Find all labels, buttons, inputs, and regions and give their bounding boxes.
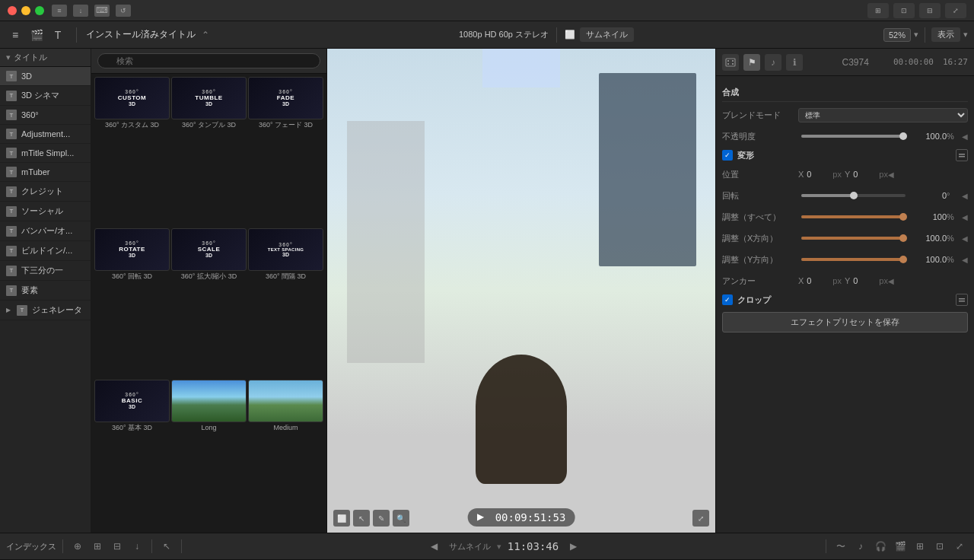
svg-rect-4	[732, 63, 734, 65]
search-input[interactable]	[97, 53, 320, 68]
bt-nav-next[interactable]: ▶	[565, 538, 581, 555]
inspector-tab-audio[interactable]: ♪	[765, 54, 781, 71]
scale-y-slider[interactable]	[801, 258, 906, 261]
transform-options-btn[interactable]	[956, 149, 968, 161]
video-transform-btn[interactable]: ⬜	[333, 510, 350, 527]
inspector-tab-filter[interactable]: ⚑	[743, 54, 760, 71]
thumb-item-scale3d[interactable]: 360° SCALE 3D 360° 拡大/縮小 3D	[171, 228, 247, 378]
transform-checkbox[interactable]: ✓	[722, 150, 733, 161]
maximize-button[interactable]	[35, 6, 44, 15]
bt-add-icon[interactable]: ⊕	[69, 538, 86, 555]
panels-icon[interactable]: ≡	[6, 26, 24, 44]
thumb-item-tumble3d[interactable]: 360° TUMBLE 3D 360° タンブル 3D	[171, 77, 247, 227]
main-layout: ▾ タイトル T 3D T 3D シネマ T 360° T Adjustment…	[0, 49, 974, 533]
sidebar-item-credit[interactable]: T クレジット	[0, 182, 91, 202]
thumb-item-long[interactable]: Long	[171, 380, 247, 530]
undo-icon[interactable]: ↺	[116, 5, 131, 17]
position-arrow: ◀	[888, 170, 894, 179]
preset-save-button[interactable]: エフェクトプリセットを保存	[722, 312, 968, 332]
thumb-label-scale3d: 360° 拡大/縮小 3D	[181, 272, 237, 281]
video-preview-area: ⬜ ↖ ✎ 🔍 ▶ 00:09:51:53 ⤢	[327, 49, 715, 533]
thumb-label-tumble3d: 360° タンブル 3D	[182, 121, 236, 129]
fullscreen-btn[interactable]: ⤢	[945, 3, 966, 18]
workspace-btn[interactable]: ⊞	[867, 3, 889, 18]
bt-connect-icon[interactable]: ⊞	[89, 538, 106, 555]
rotation-slider[interactable]	[801, 194, 906, 197]
video-frame	[327, 49, 715, 533]
play-button[interactable]: ▶	[477, 511, 489, 523]
bt-video-icon[interactable]: 🎬	[892, 538, 909, 555]
sidebar-item-social[interactable]: T ソーシャル	[0, 202, 91, 221]
zoom-dropdown[interactable]: ▾	[914, 30, 918, 40]
bt-thumbnail-label: サムネイル	[449, 541, 491, 552]
inspector-btn[interactable]: ⊟	[919, 3, 941, 18]
sidebar-item-3dcinema[interactable]: T 3D シネマ	[0, 86, 91, 106]
anchor-x-unit: px	[832, 276, 842, 285]
anchor-y-unit: px	[879, 276, 888, 285]
opacity-row: 不透明度 100.0 % ◀	[722, 128, 968, 145]
library-title: インストール済みタイトル	[86, 28, 196, 41]
scale-x-slider[interactable]	[801, 237, 906, 240]
bt-waveform-icon[interactable]: 〜	[832, 538, 849, 555]
key-icon[interactable]: ⌨	[94, 5, 110, 17]
thumb-item-textspacing3d[interactable]: 360° TEXT SPACING 3D 360° 間隔 3D	[248, 228, 323, 378]
sidebar-item-mtitle[interactable]: T mTitle Simpl...	[0, 144, 91, 163]
sidebar-item-3d[interactable]: T 3D	[0, 67, 91, 86]
sidebar-item-buildin[interactable]: T ビルドイン/...	[0, 241, 91, 261]
sidebar-item-lower[interactable]: T 下三分の一	[0, 261, 91, 281]
sidebar-item-bumper[interactable]: T バンパー/オ...	[0, 221, 91, 241]
sidebar-item-360[interactable]: T 360°	[0, 106, 91, 125]
thumb-item-custom3d[interactable]: 360° CUSTOM 3D 360° カスタム 3D	[94, 77, 170, 227]
thumbnail-label[interactable]: サムネイル	[580, 27, 634, 42]
sidebar-item-elements[interactable]: T 要素	[0, 281, 91, 301]
thumb-item-medium[interactable]: Medium	[248, 380, 323, 530]
sidebar-label-mtuber: mTuber	[21, 167, 50, 177]
thumb-label-basic3d: 360° 基本 3D	[112, 424, 152, 432]
crop-options-btn[interactable]	[956, 294, 968, 306]
bt-cursor-icon[interactable]: ↖	[158, 538, 175, 555]
inspector-tab-info[interactable]: ℹ	[786, 54, 803, 71]
anchor-x-label: X	[798, 276, 804, 285]
bt-disconnect-icon[interactable]: ⊟	[109, 538, 126, 555]
bt-audio-icon[interactable]: ♪	[852, 538, 869, 555]
bt-arrow-icon[interactable]: ↓	[129, 538, 145, 555]
display-arrow[interactable]: ▾	[963, 30, 968, 40]
inspector-tab-film[interactable]	[722, 54, 739, 71]
thumb-item-basic3d[interactable]: 360° BASIC 3D 360° 基本 3D	[94, 380, 170, 530]
zoom-level[interactable]: 52%	[883, 28, 911, 42]
bt-grid-icon[interactable]: ⊞	[912, 538, 928, 555]
viewer-btn[interactable]: ⊡	[893, 3, 915, 18]
display-button[interactable]: 表示	[931, 27, 960, 42]
close-button[interactable]	[8, 6, 17, 15]
bt-expand-icon[interactable]: ⤢	[951, 538, 968, 555]
video-edit-btn[interactable]: ✎	[373, 510, 390, 527]
download-icon[interactable]: ↓	[73, 5, 88, 17]
scale-all-slider[interactable]	[801, 215, 906, 218]
thumb-label-fade3d: 360° フェード 3D	[259, 121, 313, 129]
library-icon[interactable]: ≡	[52, 5, 67, 17]
video-zoom-btn[interactable]: 🔍	[393, 510, 409, 527]
video-expand-btn[interactable]: ⤢	[692, 510, 709, 527]
opacity-arrow: ◀	[962, 132, 968, 141]
thumb-item-fade3d[interactable]: 360° FADE 3D 360° フェード 3D	[248, 77, 323, 227]
titlebar: ≡ ↓ ⌨ ↺ ⊞ ⊡ ⊟ ⤢	[0, 0, 974, 21]
minimize-button[interactable]	[21, 6, 30, 15]
opacity-slider[interactable]	[801, 135, 906, 138]
thumb-item-rotate3d[interactable]: 360° ROTATE 3D 360° 回転 3D	[94, 228, 170, 378]
toolbar-center: 1080p HD 60p ステレオ ⬜ サムネイル	[215, 27, 877, 43]
media-icon[interactable]: 🎬	[27, 26, 46, 44]
bt-nav-prev[interactable]: ◀	[426, 538, 443, 555]
sidebar-item-generator[interactable]: ▶ T ジェネレータ	[0, 301, 91, 320]
scale-x-row: 調整（X方向） 100.0 % ◀	[722, 230, 968, 247]
bt-headphone-icon[interactable]: 🎧	[872, 538, 889, 555]
thumb-label-textspacing3d: 360° 間隔 3D	[266, 272, 306, 281]
bt-clip-icon[interactable]: ⊡	[931, 538, 948, 555]
rotation-value: 0	[909, 191, 947, 200]
crop-checkbox[interactable]: ✓	[722, 294, 733, 305]
video-cursor-btn[interactable]: ↖	[353, 510, 370, 527]
sidebar-item-mtuber[interactable]: T mTuber	[0, 163, 91, 182]
blend-mode-select[interactable]: 標準	[798, 108, 968, 123]
rotation-unit: °	[947, 191, 962, 200]
sidebar-item-adjustment[interactable]: T Adjustment...	[0, 125, 91, 144]
title-icon[interactable]: T	[49, 26, 67, 44]
